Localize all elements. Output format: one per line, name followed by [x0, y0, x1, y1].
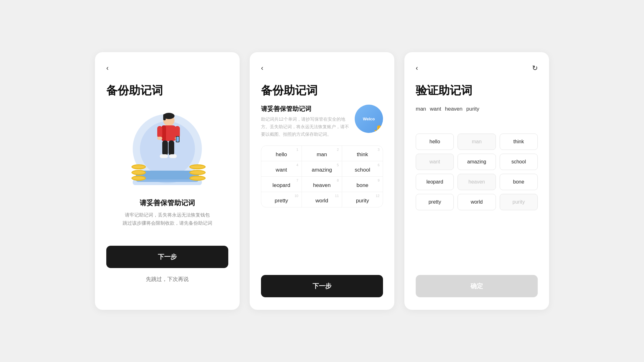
card1-header: ‹ — [106, 65, 228, 72]
mnemonic-word: heaven — [313, 182, 331, 188]
back-button-3[interactable]: ‹ — [416, 65, 418, 72]
mnemonic-cell: 10pretty — [261, 192, 302, 207]
mnemonic-word: hello — [276, 151, 287, 157]
svg-rect-6 — [157, 137, 162, 140]
mnemonic-number: 8 — [337, 178, 339, 182]
mnemonic-number: 12 — [376, 194, 380, 198]
svg-rect-4 — [162, 125, 166, 141]
word-choice-button[interactable]: school — [500, 154, 538, 170]
word-choice-button[interactable]: want — [416, 154, 454, 170]
welcome-text: Welco — [363, 117, 375, 121]
back-button[interactable]: ‹ — [106, 65, 108, 72]
mnemonic-cell: 11world — [302, 192, 342, 207]
word-choice-button[interactable]: purity — [500, 194, 538, 210]
mnemonic-cell: 8heaven — [302, 177, 342, 192]
card-backup-mnemonic-words: ‹ 备份助记词 请妥善保管助记词 助记词共12个单词，请抄写保管在安全的地方。丢… — [250, 52, 394, 310]
figure-illustration — [148, 112, 186, 169]
mnemonic-cell: 9bone — [342, 177, 383, 192]
back-button-2[interactable]: ‹ — [261, 65, 263, 72]
mnemonic-grid: 1hello2man3think4want5amazing6school7leo… — [261, 145, 383, 207]
card2-info-desc: 助记词共12个单词，请抄写保管在安全的地方。丢失助记词，将永远无法恢复账户，请不… — [261, 116, 350, 138]
mnemonic-word: school — [355, 167, 370, 173]
card2-info-text: 请妥善保管助记词 助记词共12个单词，请抄写保管在安全的地方。丢失助记词，将永远… — [261, 105, 350, 138]
card2-title: 备份助记词 — [261, 83, 383, 98]
word-choice-button[interactable]: man — [458, 134, 496, 150]
svg-rect-11 — [162, 140, 168, 156]
mnemonic-cell: 6school — [342, 161, 383, 177]
mnemonic-number: 3 — [378, 148, 380, 151]
svg-rect-14 — [169, 154, 177, 158]
mnemonic-word: think — [357, 151, 368, 157]
svg-rect-2 — [163, 114, 166, 120]
mnemonic-number: 1 — [297, 148, 298, 151]
card-backup-mnemonic-intro: ‹ 备份助记词 — [95, 52, 240, 310]
card3-title: 验证助记词 — [416, 83, 538, 98]
card3-header: ‹ ↻ — [416, 65, 538, 72]
mnemonic-number: 5 — [337, 163, 339, 167]
mnemonic-cell: 5amazing — [302, 161, 342, 177]
card2-info-title: 请妥善保管助记词 — [261, 105, 350, 113]
refresh-button[interactable]: ↻ — [532, 65, 538, 72]
svg-rect-13 — [160, 154, 168, 158]
skip-button[interactable]: 先跳过，下次再说 — [106, 271, 228, 288]
confirm-button[interactable]: 确定 — [416, 275, 538, 297]
mnemonic-word: pretty — [275, 198, 288, 204]
mnemonic-word: amazing — [312, 167, 332, 173]
word-choice-button[interactable]: world — [458, 194, 496, 210]
mnemonic-cell: 4want — [261, 161, 302, 177]
next-button-2[interactable]: 下一步 — [261, 275, 383, 297]
card1-desc: 请牢记助记词，丢失将永远无法恢复钱包 跳过该步骤将会限制收款，请先备份助记词 — [106, 211, 228, 227]
mnemonic-word: bone — [357, 182, 369, 188]
svg-rect-5 — [157, 126, 162, 138]
word-choice-button[interactable]: bone — [500, 174, 538, 190]
selected-words-area: manwantheavenpurity — [416, 105, 538, 123]
card1-subtitle: 请妥善保管助记词 — [106, 198, 228, 208]
selected-word-chip: heaven — [445, 105, 463, 123]
mnemonic-cell: 2man — [302, 146, 342, 161]
mnemonic-number: 9 — [378, 178, 380, 182]
welcome-hand-icon: 🤚 — [373, 124, 383, 133]
word-choice-button[interactable]: amazing — [458, 154, 496, 170]
mnemonic-number: 6 — [378, 163, 380, 167]
selected-word-chip: man — [416, 105, 426, 123]
next-button[interactable]: 下一步 — [106, 246, 228, 268]
svg-rect-12 — [169, 140, 174, 156]
mnemonic-number: 11 — [335, 194, 339, 198]
word-choice-button[interactable]: think — [500, 134, 538, 150]
mnemonic-cell: 7leopard — [261, 177, 302, 192]
coins-left — [131, 164, 146, 181]
mnemonic-number: 10 — [294, 194, 298, 198]
mnemonic-word: want — [276, 167, 287, 173]
svg-rect-10 — [176, 137, 179, 142]
selected-word-chip: want — [430, 105, 441, 123]
word-choice-button[interactable]: pretty — [416, 194, 454, 210]
mnemonic-number: 7 — [297, 178, 298, 182]
mnemonic-word: purity — [356, 198, 369, 204]
mnemonic-word: leopard — [272, 182, 290, 188]
card2-info-section: 请妥善保管助记词 助记词共12个单词，请抄写保管在安全的地方。丢失助记词，将永远… — [261, 105, 383, 138]
welcome-icon: Welco 🤚 — [355, 105, 383, 133]
mnemonic-cell: 3think — [342, 146, 383, 161]
word-choice-grid: hellomanthinkwantamazingschoolleopardhea… — [416, 134, 538, 210]
word-choice-button[interactable]: heaven — [458, 174, 496, 190]
word-choice-button[interactable]: hello — [416, 134, 454, 150]
mnemonic-word: world — [315, 198, 328, 204]
word-choice-button[interactable]: leopard — [416, 174, 454, 190]
card1-illustration — [106, 108, 228, 189]
selected-word-chip: purity — [466, 105, 480, 123]
mnemonic-number: 4 — [297, 163, 298, 167]
coins-right — [189, 164, 206, 181]
mnemonic-number: 2 — [337, 148, 339, 151]
mnemonic-word: man — [317, 151, 327, 157]
card1-title: 备份助记词 — [106, 83, 228, 98]
card-verify-mnemonic: ‹ ↻ 验证助记词 manwantheavenpurity hellomanth… — [404, 52, 549, 310]
mnemonic-cell: 1hello — [261, 146, 302, 161]
mnemonic-cell: 12purity — [342, 192, 383, 207]
card2-header: ‹ — [261, 65, 383, 72]
